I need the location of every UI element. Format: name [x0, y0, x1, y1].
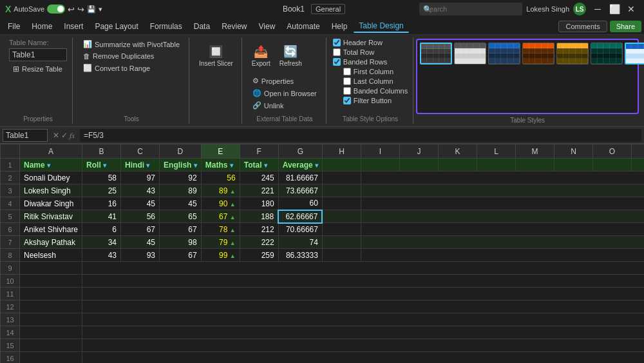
export-button[interactable]: 📤 Export [249, 39, 274, 72]
table-style-orange[interactable] [522, 43, 554, 64]
summarize-pivot-button[interactable]: 📊 Summarize with PivotTable [79, 39, 184, 50]
cell-a10[interactable] [20, 275, 82, 288]
menu-help[interactable]: Help [327, 21, 353, 32]
cell-c1[interactable]: Hindi ▾ [121, 159, 160, 172]
open-browser-button[interactable]: 🌐 Open in Browser [249, 88, 321, 99]
name-box[interactable] [3, 129, 48, 142]
cell-e5[interactable]: 67 ▲ [201, 210, 240, 223]
refresh-button[interactable]: 🔄 Refresh [276, 39, 305, 72]
cell-j1[interactable] [399, 159, 438, 172]
cell-d7[interactable]: 98 [160, 236, 202, 249]
table-style-yellow[interactable] [556, 43, 589, 64]
convert-range-button[interactable]: ⬜ Convert to Range [79, 63, 184, 74]
col-header-a[interactable]: A [20, 144, 82, 159]
quick-save-icon[interactable]: 💾 [87, 5, 96, 14]
view-selector[interactable]: General [311, 4, 345, 14]
cell-c8[interactable]: 93 [121, 249, 160, 262]
cell-k1[interactable] [438, 159, 477, 172]
cell-e1[interactable]: Maths ▾ [201, 159, 240, 172]
cell-e6[interactable]: 78 ▲ [201, 223, 240, 236]
cell-c3[interactable]: 43 [121, 184, 160, 197]
first-col-checkbox-row[interactable]: First Column [343, 68, 408, 75]
cell-i1[interactable] [361, 159, 399, 172]
cell-a15[interactable] [20, 339, 82, 352]
remove-duplicates-button[interactable]: 🗑 Remove Duplicates [79, 51, 184, 61]
banded-cols-checkbox-row[interactable]: Banded Columns [343, 87, 408, 95]
cell-f2[interactable]: 245 [240, 172, 278, 184]
cell-d3[interactable]: 89 [160, 184, 202, 197]
table-style-blue[interactable] [488, 43, 520, 64]
cell-h4[interactable] [322, 197, 361, 210]
cell-f6[interactable]: 212 [240, 223, 278, 236]
col-header-n[interactable]: N [554, 144, 592, 159]
menu-data[interactable]: Data [189, 21, 215, 32]
last-col-checkbox[interactable] [343, 77, 351, 85]
menu-page-layout[interactable]: Page Layout [90, 21, 143, 32]
cell-d1[interactable]: English ▾ [160, 159, 202, 172]
table-style-none[interactable] [420, 43, 452, 64]
cell-a6[interactable]: Aniket Shivhare [20, 223, 82, 236]
cell-a5[interactable]: Ritik Srivastav [20, 210, 82, 223]
header-row-checkbox[interactable] [333, 39, 341, 46]
cell-h3[interactable] [322, 184, 361, 197]
cell-e4[interactable]: 90 ▲ [201, 197, 240, 210]
col-header-j[interactable]: J [399, 144, 438, 159]
cell-f7[interactable]: 222 [240, 236, 278, 249]
cell-d6[interactable]: 67 [160, 223, 202, 236]
cell-g8[interactable]: 86.33333 [278, 249, 322, 262]
cell-a14[interactable] [20, 326, 82, 339]
insert-slicer-button[interactable]: 🔲 Insert Slicer [196, 39, 236, 72]
first-col-checkbox[interactable] [343, 68, 351, 75]
col-header-e[interactable]: E [201, 144, 240, 159]
cell-g6[interactable]: 70.66667 [278, 223, 322, 236]
cell-d8[interactable]: 67 [160, 249, 202, 262]
cell-p1[interactable] [631, 159, 644, 172]
autosave-toggle[interactable] [47, 5, 65, 14]
cell-a9[interactable] [20, 262, 82, 275]
filter-btn-checkbox-row[interactable]: Filter Button [343, 97, 392, 104]
banded-rows-checkbox-row[interactable]: Banded Rows [333, 58, 388, 66]
cell-b4[interactable]: 16 [82, 197, 121, 210]
cell-e2[interactable]: 56 [201, 172, 240, 184]
unlink-button[interactable]: 🔗 Unlink [249, 100, 321, 111]
col-header-b[interactable]: B [82, 144, 121, 159]
cell-b5[interactable]: 41 [82, 210, 121, 223]
total-row-checkbox[interactable] [333, 48, 341, 56]
cell-c4[interactable]: 45 [121, 197, 160, 210]
menu-table-design[interactable]: Table Design [354, 20, 408, 33]
menu-automate[interactable]: Automate [281, 21, 325, 32]
cell-c2[interactable]: 97 [121, 172, 160, 184]
cell-d5[interactable]: 65 [160, 210, 202, 223]
close-button[interactable]: ✕ [623, 1, 639, 17]
cell-b8[interactable]: 43 [82, 249, 121, 262]
comments-button[interactable]: Comments [558, 21, 607, 32]
cell-m1[interactable] [515, 159, 554, 172]
redo-icon[interactable]: ↪ [77, 5, 84, 14]
table-style-teal[interactable] [591, 43, 623, 64]
menu-review[interactable]: Review [216, 21, 252, 32]
col-header-f[interactable]: F [240, 144, 278, 159]
properties-button[interactable]: ⚙ Properties [249, 75, 321, 86]
cell-e7[interactable]: 79 ▲ [201, 236, 240, 249]
resize-table-button[interactable]: ⊞ Resize Table [9, 63, 67, 75]
formula-input[interactable] [80, 129, 641, 142]
cell-o1[interactable] [592, 159, 631, 172]
share-button[interactable]: Share [610, 21, 641, 32]
total-row-checkbox-row[interactable]: Total Row [333, 48, 388, 56]
restore-button[interactable]: ⬜ [607, 1, 622, 17]
minimize-button[interactable]: ─ [590, 1, 605, 17]
header-row-checkbox-row[interactable]: Header Row [333, 39, 388, 46]
cell-f4[interactable]: 180 [240, 197, 278, 210]
col-header-p[interactable]: P [631, 144, 644, 159]
col-header-h[interactable]: H [322, 144, 361, 159]
col-header-o[interactable]: O [592, 144, 631, 159]
cell-f5[interactable]: 188 [240, 210, 278, 223]
cell-h7[interactable] [322, 236, 361, 249]
cell-b6[interactable]: 6 [82, 223, 121, 236]
cell-a7[interactable]: Akshay Pathak [20, 236, 82, 249]
cell-h2[interactable] [322, 172, 361, 184]
cell-h8[interactable] [322, 249, 361, 262]
cell-a1[interactable]: Name ▾ [20, 159, 82, 172]
sheet-area[interactable]: A B C D E F G H I J K L M N O P [0, 144, 644, 363]
last-col-checkbox-row[interactable]: Last Column [343, 77, 408, 85]
